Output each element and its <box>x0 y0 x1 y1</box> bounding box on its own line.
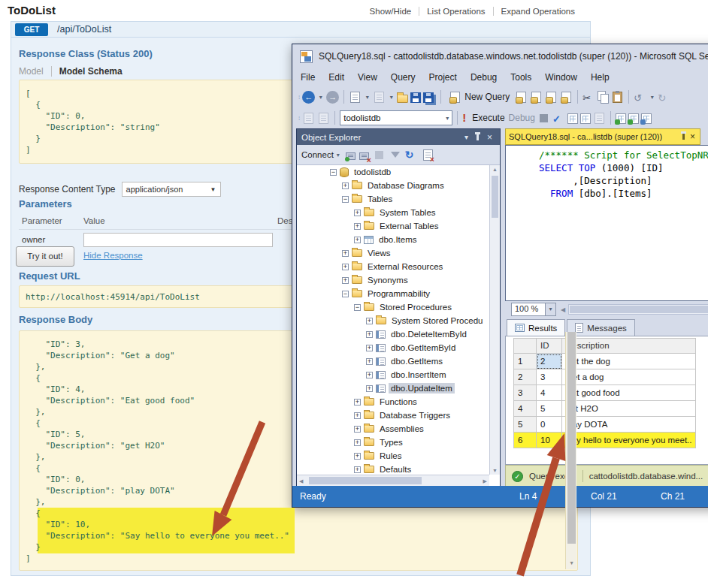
nav-link-list-operations[interactable]: List Operations <box>419 7 492 16</box>
response-content-type-row: Response Content Type application/json ▼ <box>19 182 221 197</box>
pin-icon[interactable] <box>682 134 685 140</box>
tree-item-database-diagrams[interactable]: +Database Diagrams <box>297 179 489 192</box>
col-value: Value <box>83 216 105 225</box>
copy-icon[interactable] <box>598 91 609 104</box>
expand-icon[interactable]: + <box>342 182 349 189</box>
http-method-badge: GET <box>15 23 48 36</box>
expand-icon[interactable]: + <box>354 223 361 230</box>
paste-icon[interactable] <box>613 92 622 103</box>
expand-icon[interactable]: + <box>342 250 349 257</box>
include-client-statistics-icon[interactable] <box>595 113 604 124</box>
column-header-description[interactable]: Description <box>562 339 696 354</box>
response-body-scrollbar[interactable]: ▼ <box>565 332 576 569</box>
redo-icon[interactable] <box>658 91 670 104</box>
tab-messages-label: Messages <box>587 324 626 333</box>
description-cell[interactable]: play DOTA <box>562 417 696 433</box>
tree-item-external-tables[interactable]: +External Tables <box>297 219 489 233</box>
scrollbar-thumb[interactable] <box>570 306 708 313</box>
database-icon <box>340 167 349 177</box>
status-char: Ch 21 <box>661 491 685 502</box>
tree-item-label: Synonyms <box>365 275 410 285</box>
description-cell[interactable]: Get a dog <box>562 369 696 385</box>
sql-editor[interactable]: /****** Script for SelectTopNRowSELECT T… <box>505 145 708 301</box>
description-cell[interactable]: Eat good food <box>562 385 696 401</box>
endpoint-header[interactable]: GET /api/ToDoList <box>11 21 591 38</box>
tree-item-label: External Resources <box>365 261 445 272</box>
toolbar-separator <box>577 90 578 104</box>
window-title: SQLQuery18.sql - cattodolistdb.database.… <box>319 51 708 62</box>
response-content-type-value: application/json <box>126 185 183 194</box>
results-to-file-icon[interactable] <box>641 113 652 124</box>
dropdown-caret[interactable] <box>649 91 655 104</box>
sql-token <box>539 188 550 199</box>
folder-icon <box>352 276 362 284</box>
divider <box>582 470 583 482</box>
editor-horizontal-scrollbar[interactable] <box>568 304 708 315</box>
tree-item-system-stored-procedu[interactable]: +System Stored Procedu <box>297 314 489 327</box>
response-content-type-label: Response Content Type <box>19 184 116 194</box>
results-to-grid-icon[interactable] <box>628 113 639 124</box>
tree-item-label: dbo.Items <box>377 234 419 245</box>
tree-item-label: System Tables <box>377 207 438 218</box>
folder-icon <box>364 209 374 216</box>
tree-item-label: Views <box>365 248 392 258</box>
try-it-out-button[interactable]: Try it out! <box>16 246 74 267</box>
response-body-heading: Response Body <box>19 314 92 325</box>
tree-item-label: Tables <box>365 194 395 204</box>
description-cell[interactable]: Pet the dog <box>562 354 696 369</box>
model-schema-text: [ { "ID": 0, "Description": "string" } ] <box>20 80 577 161</box>
tree-item-todolistdb[interactable]: −todolistdb <box>297 165 489 179</box>
endpoint-path[interactable]: /api/ToDoList <box>57 24 111 35</box>
scroll-down-icon[interactable]: ▼ <box>566 558 577 569</box>
response-content-type-select[interactable]: application/json ▼ <box>122 182 221 197</box>
request-url-heading: Request URL <box>19 270 80 282</box>
chevron-down-icon: ▼ <box>210 186 216 193</box>
description-cell[interactable]: get H2O <box>562 401 696 417</box>
include-actual-plan-icon[interactable] <box>580 113 591 124</box>
nav-link-expand-operations[interactable]: Expand Operations <box>494 7 582 16</box>
expand-icon[interactable]: + <box>354 237 361 243</box>
expand-icon[interactable]: + <box>366 318 373 324</box>
sql-token: FROM <box>550 188 573 199</box>
endpoint-body: Response Class (Status 200) Model Model … <box>11 38 591 576</box>
cut-icon[interactable] <box>582 91 595 104</box>
scrollbar-thumb[interactable] <box>567 332 576 544</box>
request-url-text: http://localhost:45914/api/ToDoList <box>20 286 577 308</box>
sql-token: [dbo].[Items] <box>573 188 652 199</box>
scroll-up-icon[interactable]: ▲ <box>490 167 500 172</box>
tree-item-system-tables[interactable]: +System Tables <box>297 206 489 219</box>
tree-item-external-resources[interactable]: +External Resources <box>297 260 489 273</box>
tree-item-dbo-items[interactable]: +dbo.Items <box>297 233 489 246</box>
tab-model[interactable]: Model <box>19 66 51 77</box>
expand-icon[interactable]: + <box>342 264 349 270</box>
expand-icon[interactable]: + <box>342 277 349 284</box>
parameters-heading: Parameters <box>19 198 72 210</box>
tree-item-tables[interactable]: −Tables <box>297 192 489 206</box>
tree-item-views[interactable]: +Views <box>297 246 489 260</box>
description-cell[interactable]: Say hello to everyone you meet.. <box>562 433 696 448</box>
undo-icon[interactable] <box>634 91 646 104</box>
window-titlebar[interactable]: SQLQuery18.sql - cattodolistdb.database.… <box>292 44 708 68</box>
hide-response-link[interactable]: Hide Response <box>83 251 143 260</box>
expand-icon[interactable]: + <box>354 210 361 216</box>
folder-icon <box>352 249 362 257</box>
model-tabs: Model Model Schema <box>19 66 123 77</box>
tree-item-synonyms[interactable]: +Synonyms <box>297 273 489 287</box>
sql-token: ,[Description] <box>539 175 652 186</box>
results-to-text-icon[interactable] <box>616 113 626 124</box>
collapse-icon[interactable]: − <box>330 169 337 176</box>
scrollbar-thumb[interactable] <box>492 176 498 218</box>
sql-file-icon <box>300 50 313 63</box>
folder-icon <box>352 182 362 189</box>
tab-model-schema[interactable]: Model Schema <box>51 66 123 77</box>
owner-value-input[interactable] <box>83 233 273 247</box>
page-title: ToDoList <box>8 4 56 17</box>
menu-help[interactable]: Help <box>584 69 616 86</box>
close-icon[interactable]: × <box>688 131 697 142</box>
collapse-icon[interactable]: − <box>342 196 349 203</box>
sql-token: SELECT TOP <box>539 162 601 173</box>
toolbar-separator <box>628 90 629 104</box>
nav-link-show-hide[interactable]: Show/Hide <box>362 7 419 16</box>
response-body-block: "ID": 3, "Description": "Get a dog" }, {… <box>19 330 578 571</box>
sql-code-line: FROM [dbo].[Items] <box>539 187 708 200</box>
